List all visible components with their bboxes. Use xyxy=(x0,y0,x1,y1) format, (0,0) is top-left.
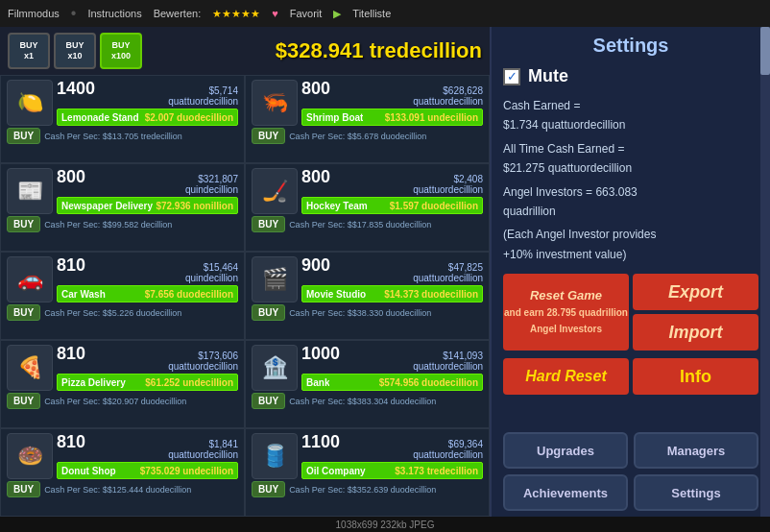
business-bottom: BUY Cash Per Sec: $$17.835 duodecillion xyxy=(252,216,483,232)
business-top: 🏒 800 $2,408quattuordecillion Hockey Tea… xyxy=(252,168,483,214)
business-revenue: $574.956 duodecillion xyxy=(379,377,478,388)
mute-row: ✓ Mute xyxy=(503,66,758,86)
settings-button[interactable]: Settings xyxy=(634,474,758,511)
business-count: 1400 xyxy=(57,80,95,97)
mute-label: Mute xyxy=(528,66,568,86)
business-bottom: BUY Cash Per Sec: $$352.639 duodecillion xyxy=(252,481,483,497)
business-item: 🎬 900 $47,825quattuordecillion Movie Stu… xyxy=(245,252,490,340)
business-buy-button[interactable]: BUY xyxy=(252,216,285,232)
business-count: 810 xyxy=(57,345,85,362)
business-buy-button[interactable]: BUY xyxy=(7,481,40,497)
buy-x1-button[interactable]: BUYx1 xyxy=(8,33,50,69)
business-progress-bar: Hockey Team $1.597 duodecillion xyxy=(301,197,483,214)
cash-per-sec: Cash Per Sec: $$383.304 duodecillion xyxy=(289,397,436,406)
business-buy-button[interactable]: BUY xyxy=(7,393,40,409)
business-cost: $628,628quattuordecillion xyxy=(413,85,483,107)
business-bottom: BUY Cash Per Sec: $$20.907 duodecillion xyxy=(7,393,238,409)
business-buy-button[interactable]: BUY xyxy=(252,481,285,497)
business-bottom: BUY Cash Per Sec: $$5.678 duodecillion xyxy=(252,128,483,144)
stars-rating[interactable]: ★★★★★ xyxy=(212,8,260,20)
business-progress-bar: Movie Studio $14.373 duodecillion xyxy=(301,285,483,302)
business-progress-bar: Lemonade Stand $2.007 duodecillion xyxy=(57,109,238,126)
business-cost: $69,364quattuordecillion xyxy=(413,439,483,460)
business-buy-button[interactable]: BUY xyxy=(252,128,285,144)
business-name: Newspaper Delivery xyxy=(61,201,153,211)
reset-game-button[interactable]: Reset Game and earn 28.795 quadrillion A… xyxy=(503,274,629,351)
achievements-button[interactable]: Achievements xyxy=(503,474,628,511)
business-count: 1100 xyxy=(301,433,340,450)
business-count: 800 xyxy=(301,80,330,97)
bottom-bar-text: 1038x699 232kb JPEG xyxy=(336,520,435,530)
business-item: 🍩 810 $1,841quattuordecillion Donut Shop… xyxy=(0,428,245,517)
business-icon: 🍩 xyxy=(7,433,53,479)
business-item: 🛢️ 1100 $69,364quattuordecillion Oil Com… xyxy=(245,428,490,517)
mute-checkbox[interactable]: ✓ xyxy=(503,68,520,85)
total-cash: $328.941 tredecillion xyxy=(146,38,482,63)
business-top: 🍕 810 $173,606quattuordecillion Pizza De… xyxy=(7,345,238,391)
business-name: Car Wash xyxy=(61,289,106,300)
cash-per-sec: Cash Per Sec: $$20.907 duodecillion xyxy=(44,397,186,406)
business-cost: $173,606quattuordecillion xyxy=(168,351,238,372)
business-item: 🍋 1400 $5,714quattuordecillion Lemonade … xyxy=(0,75,245,163)
business-icon: 🍋 xyxy=(7,80,53,126)
business-cost: $1,841quattuordecillion xyxy=(168,439,238,460)
settings-content: ✓ Mute Cash Earned = $1.734 quattuordeci… xyxy=(492,60,770,426)
angel-investors-label: Angel Investors = 663.083 xyxy=(503,182,758,202)
angel-investors-unit: quadrillion xyxy=(503,202,758,221)
business-info: 1000 $141,093quattuordecillion Bank $574… xyxy=(301,345,483,391)
business-info: 810 $1,841quattuordecillion Donut Shop $… xyxy=(57,433,238,479)
import-button[interactable]: Import xyxy=(633,314,758,351)
business-top: 🍋 1400 $5,714quattuordecillion Lemonade … xyxy=(7,80,238,126)
buy-x10-button[interactable]: BUYx10 xyxy=(54,33,96,69)
buy-x100-button[interactable]: BUYx100 xyxy=(100,33,142,69)
titelliste-item[interactable]: Titelliste xyxy=(352,8,391,19)
business-name: Hockey Team xyxy=(306,201,368,211)
left-panel: BUYx1 BUYx10 BUYx100 $328.941 tredecilli… xyxy=(0,27,490,517)
hard-reset-row: Hard Reset Info xyxy=(503,358,758,395)
right-panel-scrollbar[interactable] xyxy=(760,27,770,517)
favorit-item[interactable]: Favorit xyxy=(290,8,323,19)
business-count: 1000 xyxy=(301,345,340,362)
cash-per-sec: Cash Per Sec: $$38.330 duodecillion xyxy=(289,308,431,318)
business-icon: 🏦 xyxy=(252,345,298,391)
business-count: 800 xyxy=(301,168,330,185)
managers-button[interactable]: Managers xyxy=(634,432,758,469)
bottom-bar: 1038x699 232kb JPEG xyxy=(0,517,770,532)
all-time-label: All Time Cash Earned = xyxy=(503,139,758,158)
cash-per-sec: Cash Per Sec: $$125.444 duodecillion xyxy=(44,485,191,495)
top-bar: Filmmodus • Instructions Bewerten: ★★★★★… xyxy=(0,0,770,27)
business-revenue: $133.091 undecillion xyxy=(385,112,478,123)
hard-reset-button[interactable]: Hard Reset xyxy=(503,358,629,395)
business-revenue: $1.597 duodecillion xyxy=(390,201,478,211)
business-item: 🚗 810 $15,464quindecillion Car Wash $7.6… xyxy=(0,252,245,340)
business-buy-button[interactable]: BUY xyxy=(7,216,40,232)
business-buy-button[interactable]: BUY xyxy=(252,393,285,409)
business-progress-bar: Pizza Delivery $61.252 undecillion xyxy=(57,374,238,391)
business-bottom: BUY Cash Per Sec: $$125.444 duodecillion xyxy=(7,481,238,497)
business-cost: $5,714quattuordecillion xyxy=(168,85,238,107)
upgrades-button[interactable]: Upgrades xyxy=(503,432,628,469)
bewerten-label: Bewerten: xyxy=(154,8,202,19)
business-item: 🍕 810 $173,606quattuordecillion Pizza De… xyxy=(0,340,245,428)
export-button[interactable]: Export xyxy=(633,274,758,310)
action-buttons: Reset Game and earn 28.795 quadrillion A… xyxy=(503,274,758,351)
business-item: 📰 800 $321,807quindecillion Newspaper De… xyxy=(0,163,245,252)
business-top: 🦐 800 $628,628quattuordecillion Shrimp B… xyxy=(252,80,483,126)
scrollbar-thumb xyxy=(760,27,770,75)
business-info: 810 $173,606quattuordecillion Pizza Deli… xyxy=(57,345,238,391)
business-cost: $141,093quattuordecillion xyxy=(413,351,483,372)
info-button[interactable]: Info xyxy=(633,358,758,395)
cash-per-sec: Cash Per Sec: $$5.226 duodecillion xyxy=(44,308,181,318)
business-bottom: BUY Cash Per Sec: $$38.330 duodecillion xyxy=(252,304,483,321)
business-buy-button[interactable]: BUY xyxy=(7,128,40,144)
business-info: 800 $628,628quattuordecillion Shrimp Boa… xyxy=(301,80,483,126)
instructions-item[interactable]: Instructions xyxy=(87,8,141,19)
business-top: 🎬 900 $47,825quattuordecillion Movie Stu… xyxy=(252,256,483,302)
business-cost: $2,408quattuordecillion xyxy=(413,174,483,195)
filmmodus-item[interactable]: Filmmodus xyxy=(8,8,60,19)
business-top: 🏦 1000 $141,093quattuordecillion Bank $5… xyxy=(252,345,483,391)
business-buy-button[interactable]: BUY xyxy=(7,304,40,321)
business-buy-button[interactable]: BUY xyxy=(252,304,285,321)
business-info: 1100 $69,364quattuordecillion Oil Compan… xyxy=(301,433,483,479)
business-count: 900 xyxy=(301,256,330,274)
